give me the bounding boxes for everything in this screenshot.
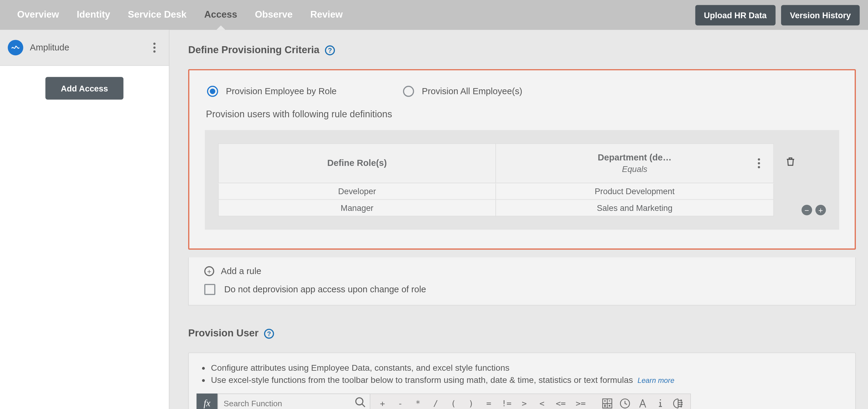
radio-selected-icon: [207, 86, 218, 97]
add-row-button[interactable]: +: [815, 205, 826, 215]
help-icon[interactable]: ?: [325, 45, 335, 55]
sidebar-app-item[interactable]: Amplitude: [0, 30, 169, 66]
nav-identity[interactable]: Identity: [68, 0, 119, 30]
rule-col-menu-icon[interactable]: [752, 156, 766, 170]
radio-provision-all[interactable]: Provision All Employee(s): [403, 86, 522, 97]
rule-col-condition-sub: Equals: [622, 163, 647, 175]
math-category-icon[interactable]: [598, 395, 616, 409]
sidebar: Amplitude Add Access: [0, 30, 169, 409]
op-plus[interactable]: +: [374, 395, 391, 409]
op-gte[interactable]: >=: [571, 395, 591, 409]
upload-hr-data-button[interactable]: Upload HR Data: [695, 5, 776, 25]
delete-rule-icon[interactable]: [785, 156, 796, 170]
nav-service-desk[interactable]: Service Desk: [119, 0, 195, 30]
learn-more-link[interactable]: Learn more: [638, 376, 674, 384]
bullet-item: Use excel-style functions from the toolb…: [211, 374, 848, 386]
nav-observe[interactable]: Observe: [246, 0, 302, 30]
sidebar-app-label: Amplitude: [30, 42, 148, 53]
radio-provision-by-role[interactable]: Provision Employee by Role: [207, 86, 336, 97]
rule-cell-value[interactable]: Sales and Marketing: [496, 200, 774, 217]
provision-user-panel: Configure attributes using Employee Data…: [188, 352, 856, 409]
help-icon[interactable]: ?: [264, 328, 274, 339]
bullet-item: Configure attributes using Employee Data…: [211, 362, 848, 374]
rule-intro-text: Provision users with following rule defi…: [205, 109, 839, 120]
text-category-icon[interactable]: [634, 395, 652, 409]
radio-by-role-label: Provision Employee by Role: [226, 86, 336, 96]
top-nav: Overview Identity Service Desk Access Ob…: [0, 0, 868, 30]
datetime-category-icon[interactable]: [616, 395, 634, 409]
info-category-icon[interactable]: [652, 395, 669, 409]
add-rule-label: Add a rule: [221, 266, 261, 276]
svg-point-3: [605, 406, 606, 407]
rule-col-condition-header[interactable]: Department (de… Equals: [496, 144, 774, 183]
nav-access[interactable]: Access: [195, 0, 246, 30]
op-paren-open[interactable]: (: [445, 395, 462, 409]
section-criteria-title: Define Provisioning Criteria: [188, 44, 319, 56]
section-user-heading: Provision User ?: [188, 327, 856, 339]
radio-all-label: Provision All Employee(s): [422, 86, 522, 96]
rule-box: Define Role(s) Department (de… Equals: [205, 130, 839, 230]
op-divide[interactable]: /: [427, 395, 444, 409]
section-criteria-heading: Define Provisioning Criteria ?: [188, 44, 856, 56]
section-user-title: Provision User: [188, 327, 258, 339]
amplitude-logo-icon: [8, 40, 23, 55]
op-neq[interactable]: !=: [498, 395, 515, 409]
op-paren-close[interactable]: ): [462, 395, 480, 409]
rule-cell-role[interactable]: Developer: [218, 183, 496, 200]
rule-row: Manager Sales and Marketing: [218, 200, 774, 217]
version-history-button[interactable]: Version History: [781, 5, 860, 25]
bullet-text: Use excel-style functions from the toolb…: [211, 375, 633, 384]
sidebar-app-menu-icon[interactable]: [148, 41, 161, 54]
criteria-panel: Provision Employee by Role Provision All…: [188, 69, 856, 250]
function-search-input[interactable]: [218, 395, 370, 409]
fx-chip[interactable]: fx: [197, 394, 218, 409]
rule-col-condition-label: Department (de…: [598, 152, 672, 164]
svg-point-7: [681, 402, 682, 403]
add-rule-row[interactable]: + Add a rule: [189, 257, 855, 282]
svg-point-5: [660, 400, 661, 401]
main-content: Define Provisioning Criteria ? Provision…: [169, 30, 868, 409]
nav-overview[interactable]: Overview: [8, 0, 68, 30]
op-lt[interactable]: <: [533, 395, 551, 409]
svg-point-9: [681, 406, 682, 407]
op-gt[interactable]: >: [516, 395, 533, 409]
radio-unselected-icon: [403, 86, 414, 97]
add-access-button[interactable]: Add Access: [45, 77, 123, 100]
no-deprovision-label: Do not deprovision app access upon chang…: [224, 284, 426, 294]
search-icon[interactable]: [354, 397, 367, 409]
op-minus[interactable]: -: [392, 395, 409, 409]
rule-table: Define Role(s) Department (de… Equals: [218, 144, 774, 216]
remove-row-button[interactable]: −: [801, 205, 812, 215]
no-deprovision-checkbox[interactable]: [204, 284, 215, 295]
svg-point-2: [605, 405, 606, 405]
rule-col-roles-header[interactable]: Define Role(s): [218, 144, 496, 183]
logic-category-icon[interactable]: [669, 395, 687, 409]
op-lte[interactable]: <=: [551, 395, 571, 409]
rule-row: Developer Product Development: [218, 183, 774, 200]
svg-point-0: [356, 398, 363, 405]
svg-point-6: [681, 400, 682, 401]
formula-toolbar: fx + - * / (: [197, 394, 848, 409]
rule-cell-value[interactable]: Product Development: [496, 183, 774, 200]
svg-point-8: [681, 404, 682, 405]
nav-review[interactable]: Review: [302, 0, 352, 30]
rule-col-roles-label: Define Role(s): [327, 158, 387, 168]
plus-circle-icon: +: [204, 266, 214, 276]
op-multiply[interactable]: *: [409, 395, 427, 409]
op-equals[interactable]: =: [480, 395, 498, 409]
rule-cell-role[interactable]: Manager: [218, 200, 496, 217]
